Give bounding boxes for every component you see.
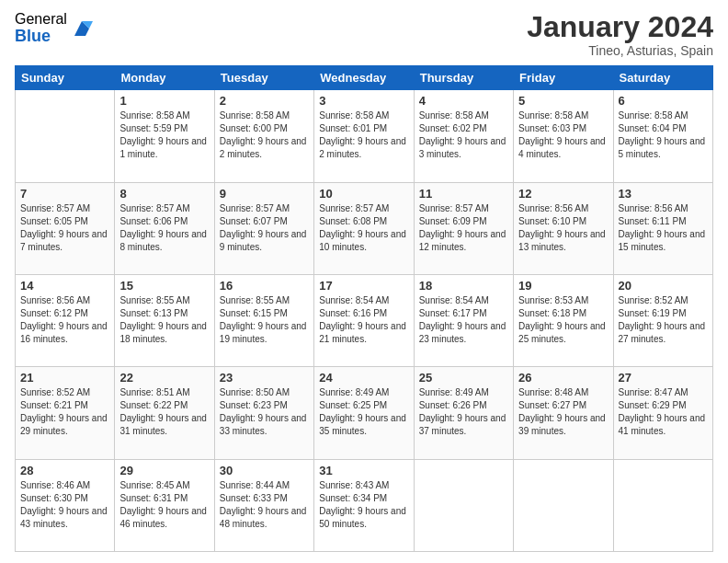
sunset: Sunset: 6:34 PM bbox=[319, 492, 408, 505]
header-row: Sunday Monday Tuesday Wednesday Thursday… bbox=[16, 66, 713, 90]
daylight: Daylight: 9 hours and 43 minutes. bbox=[20, 505, 109, 531]
calendar-cell: 23 Sunrise: 8:50 AM Sunset: 6:23 PM Dayl… bbox=[214, 367, 313, 459]
daylight: Daylight: 9 hours and 18 minutes. bbox=[119, 320, 209, 346]
daylight: Daylight: 9 hours and 9 minutes. bbox=[220, 228, 309, 254]
month-title: January 2024 bbox=[527, 11, 713, 43]
daylight: Daylight: 9 hours and 2 minutes. bbox=[220, 135, 309, 161]
daylight: Daylight: 9 hours and 27 minutes. bbox=[619, 320, 708, 346]
day-info: Sunrise: 8:57 AM Sunset: 6:05 PM Dayligh… bbox=[20, 202, 109, 254]
day-number: 5 bbox=[518, 94, 608, 108]
daylight: Daylight: 9 hours and 35 minutes. bbox=[319, 412, 408, 438]
sunset: Sunset: 6:15 PM bbox=[220, 307, 309, 320]
calendar-cell: 11 Sunrise: 8:57 AM Sunset: 6:09 PM Dayl… bbox=[414, 182, 513, 274]
sunrise: Sunrise: 8:48 AM bbox=[518, 386, 608, 399]
calendar-table: Sunday Monday Tuesday Wednesday Thursday… bbox=[15, 65, 713, 552]
daylight: Daylight: 9 hours and 16 minutes. bbox=[20, 320, 109, 346]
sunset: Sunset: 6:07 PM bbox=[220, 215, 309, 228]
sunset: Sunset: 6:02 PM bbox=[419, 122, 508, 135]
sunrise: Sunrise: 8:43 AM bbox=[319, 479, 408, 492]
calendar-cell bbox=[16, 90, 115, 182]
sunrise: Sunrise: 8:58 AM bbox=[619, 109, 708, 122]
day-info: Sunrise: 8:55 AM Sunset: 6:15 PM Dayligh… bbox=[220, 294, 309, 346]
sunrise: Sunrise: 8:51 AM bbox=[119, 386, 209, 399]
calendar-cell: 15 Sunrise: 8:55 AM Sunset: 6:13 PM Dayl… bbox=[115, 274, 214, 366]
daylight: Daylight: 9 hours and 21 minutes. bbox=[319, 320, 408, 346]
calendar-cell: 22 Sunrise: 8:51 AM Sunset: 6:22 PM Dayl… bbox=[115, 367, 214, 459]
sunset: Sunset: 6:19 PM bbox=[619, 307, 708, 320]
week-row-3: 21 Sunrise: 8:52 AM Sunset: 6:21 PM Dayl… bbox=[16, 367, 713, 459]
day-number: 8 bbox=[119, 187, 209, 201]
sunset: Sunset: 6:27 PM bbox=[518, 399, 608, 412]
calendar-cell: 12 Sunrise: 8:56 AM Sunset: 6:10 PM Dayl… bbox=[514, 182, 613, 274]
sunrise: Sunrise: 8:58 AM bbox=[419, 109, 508, 122]
day-number: 3 bbox=[319, 94, 408, 108]
day-info: Sunrise: 8:58 AM Sunset: 6:04 PM Dayligh… bbox=[619, 109, 708, 161]
sunrise: Sunrise: 8:49 AM bbox=[419, 386, 508, 399]
sunset: Sunset: 6:22 PM bbox=[119, 399, 209, 412]
daylight: Daylight: 9 hours and 12 minutes. bbox=[419, 228, 508, 254]
daylight: Daylight: 9 hours and 19 minutes. bbox=[220, 320, 309, 346]
day-info: Sunrise: 8:50 AM Sunset: 6:23 PM Dayligh… bbox=[220, 386, 309, 438]
location: Tineo, Asturias, Spain bbox=[527, 43, 713, 58]
calendar-cell: 18 Sunrise: 8:54 AM Sunset: 6:17 PM Dayl… bbox=[414, 274, 513, 366]
col-thursday: Thursday bbox=[414, 66, 513, 90]
daylight: Daylight: 9 hours and 33 minutes. bbox=[220, 412, 309, 438]
day-info: Sunrise: 8:54 AM Sunset: 6:17 PM Dayligh… bbox=[419, 294, 508, 346]
daylight: Daylight: 9 hours and 2 minutes. bbox=[319, 135, 408, 161]
calendar-cell: 29 Sunrise: 8:45 AM Sunset: 6:31 PM Dayl… bbox=[115, 459, 214, 551]
sunrise: Sunrise: 8:49 AM bbox=[319, 386, 408, 399]
sunrise: Sunrise: 8:54 AM bbox=[319, 294, 408, 307]
day-info: Sunrise: 8:56 AM Sunset: 6:10 PM Dayligh… bbox=[518, 202, 608, 254]
calendar-cell: 2 Sunrise: 8:58 AM Sunset: 6:00 PM Dayli… bbox=[214, 90, 313, 182]
sunrise: Sunrise: 8:57 AM bbox=[319, 202, 408, 215]
header: General Blue January 2024 Tineo, Asturia… bbox=[15, 11, 713, 58]
calendar-cell: 14 Sunrise: 8:56 AM Sunset: 6:12 PM Dayl… bbox=[16, 274, 115, 366]
week-row-4: 28 Sunrise: 8:46 AM Sunset: 6:30 PM Dayl… bbox=[16, 459, 713, 551]
day-number: 28 bbox=[20, 464, 109, 477]
logo-general: General bbox=[15, 11, 67, 28]
day-number: 27 bbox=[619, 371, 708, 385]
sunset: Sunset: 6:08 PM bbox=[319, 215, 408, 228]
calendar-body: 1 Sunrise: 8:58 AM Sunset: 5:59 PM Dayli… bbox=[16, 90, 713, 552]
day-info: Sunrise: 8:57 AM Sunset: 6:07 PM Dayligh… bbox=[220, 202, 309, 254]
sunset: Sunset: 6:25 PM bbox=[319, 399, 408, 412]
calendar-cell: 25 Sunrise: 8:49 AM Sunset: 6:26 PM Dayl… bbox=[414, 367, 513, 459]
day-number: 7 bbox=[20, 187, 109, 201]
sunrise: Sunrise: 8:52 AM bbox=[20, 386, 109, 399]
day-number: 1 bbox=[119, 94, 209, 108]
sunset: Sunset: 6:05 PM bbox=[20, 215, 109, 228]
col-sunday: Sunday bbox=[16, 66, 115, 90]
sunrise: Sunrise: 8:54 AM bbox=[419, 294, 508, 307]
day-number: 15 bbox=[119, 279, 209, 293]
col-monday: Monday bbox=[115, 66, 214, 90]
day-number: 18 bbox=[419, 279, 508, 293]
day-info: Sunrise: 8:47 AM Sunset: 6:29 PM Dayligh… bbox=[619, 386, 708, 438]
sunset: Sunset: 6:26 PM bbox=[419, 399, 508, 412]
calendar-cell: 28 Sunrise: 8:46 AM Sunset: 6:30 PM Dayl… bbox=[16, 459, 115, 551]
calendar-cell bbox=[613, 459, 712, 551]
col-friday: Friday bbox=[514, 66, 613, 90]
calendar-cell: 1 Sunrise: 8:58 AM Sunset: 5:59 PM Dayli… bbox=[115, 90, 214, 182]
daylight: Daylight: 9 hours and 41 minutes. bbox=[619, 412, 708, 438]
day-number: 9 bbox=[220, 187, 309, 201]
daylight: Daylight: 9 hours and 31 minutes. bbox=[119, 412, 209, 438]
day-number: 11 bbox=[419, 187, 508, 201]
sunset: Sunset: 6:29 PM bbox=[619, 399, 708, 412]
calendar-cell: 26 Sunrise: 8:48 AM Sunset: 6:27 PM Dayl… bbox=[514, 367, 613, 459]
sunrise: Sunrise: 8:53 AM bbox=[518, 294, 608, 307]
day-info: Sunrise: 8:53 AM Sunset: 6:18 PM Dayligh… bbox=[518, 294, 608, 346]
sunrise: Sunrise: 8:55 AM bbox=[220, 294, 309, 307]
calendar-cell: 7 Sunrise: 8:57 AM Sunset: 6:05 PM Dayli… bbox=[16, 182, 115, 274]
day-info: Sunrise: 8:58 AM Sunset: 6:01 PM Dayligh… bbox=[319, 109, 408, 161]
daylight: Daylight: 9 hours and 25 minutes. bbox=[518, 320, 608, 346]
day-info: Sunrise: 8:56 AM Sunset: 6:11 PM Dayligh… bbox=[619, 202, 708, 254]
calendar-cell: 3 Sunrise: 8:58 AM Sunset: 6:01 PM Dayli… bbox=[314, 90, 414, 182]
sunset: Sunset: 6:11 PM bbox=[619, 215, 708, 228]
daylight: Daylight: 9 hours and 13 minutes. bbox=[518, 228, 608, 254]
daylight: Daylight: 9 hours and 7 minutes. bbox=[20, 228, 109, 254]
calendar-cell: 20 Sunrise: 8:52 AM Sunset: 6:19 PM Dayl… bbox=[613, 274, 712, 366]
sunrise: Sunrise: 8:58 AM bbox=[220, 109, 309, 122]
sunrise: Sunrise: 8:57 AM bbox=[119, 202, 209, 215]
sunset: Sunset: 6:13 PM bbox=[119, 307, 209, 320]
calendar-cell: 6 Sunrise: 8:58 AM Sunset: 6:04 PM Dayli… bbox=[613, 90, 712, 182]
